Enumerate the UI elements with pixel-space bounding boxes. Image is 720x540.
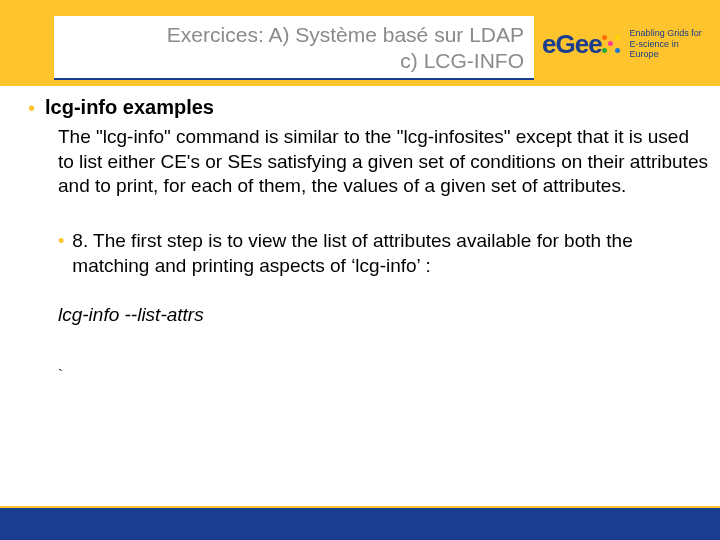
logo-tagline: Enabling Grids for E-science in Europe: [630, 28, 710, 59]
tagline-line-1: Enabling Grids for: [630, 28, 710, 38]
logo-mark: eGee: [542, 29, 622, 60]
logo-dots-icon: [600, 33, 622, 55]
step-8-text: 8. The first step is to view the list of…: [72, 229, 708, 278]
bullet-heading-row: • lcg-info examples: [28, 96, 708, 119]
content-area: • lcg-info examples The "lcg-info" comma…: [28, 96, 708, 383]
footer-band: [0, 506, 720, 540]
step-8-row: • 8. The first step is to view the list …: [58, 229, 708, 278]
command-line: lcg-info --list-attrs: [58, 304, 708, 326]
intro-paragraph: The "lcg-info" command is similar to the…: [58, 125, 708, 199]
title-line-1: Exercices: A) Système basé sur LDAP: [167, 22, 524, 48]
egee-logo: eGee Enabling Grids for E-science in Eur…: [542, 14, 710, 74]
title-line-2: c) LCG-INFO: [400, 48, 524, 74]
tagline-line-2: E-science in Europe: [630, 39, 710, 60]
section-heading: lcg-info examples: [45, 96, 214, 119]
bullet-icon: •: [58, 232, 64, 250]
trailing-mark: `: [58, 366, 708, 383]
title-box: Exercices: A) Système basé sur LDAP c) L…: [54, 16, 534, 80]
bullet-icon: •: [28, 98, 35, 118]
logo-text: eGee: [542, 29, 602, 60]
